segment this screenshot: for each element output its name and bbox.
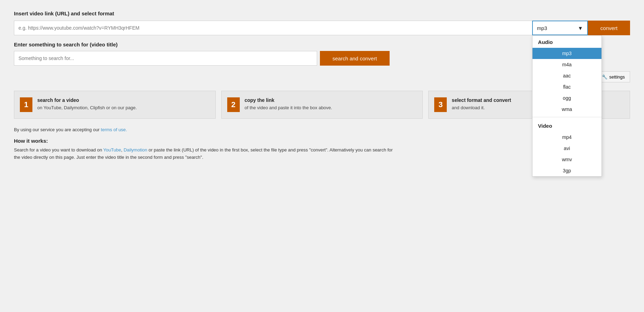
dropdown-item-flac[interactable]: flac xyxy=(532,81,601,92)
dropdown-item-avi[interactable]: avi xyxy=(532,143,601,154)
step-desc-2: of the video and paste it into the box a… xyxy=(245,104,332,111)
step-text-1: search for a video on YouTube, Dailymoti… xyxy=(37,97,137,111)
selected-format-label: mp3 xyxy=(537,25,547,31)
dropdown-item-3gp[interactable]: 3gp xyxy=(532,165,601,176)
dropdown-item-mp4[interactable]: mp4 xyxy=(532,132,601,143)
dropdown-arrow-icon: ▼ xyxy=(578,25,583,31)
format-dropdown: Audio mp3 m4a aac flac ogg wma Video mp4… xyxy=(532,35,602,177)
step-number-1: 1 xyxy=(20,97,32,112)
step-number-2: 2 xyxy=(227,97,240,112)
step-text-2: copy the link of the video and paste it … xyxy=(245,97,332,111)
url-section-label: Insert video link (URL) and select forma… xyxy=(14,10,630,16)
search-convert-button[interactable]: search and convert xyxy=(320,51,390,66)
how-it-works-desc: Search for a video you want to download … xyxy=(14,147,397,161)
dropdown-divider xyxy=(532,117,601,117)
step-title-3: select format and convert xyxy=(452,97,511,103)
dailymotion-link[interactable]: Dailymotion xyxy=(124,147,147,153)
step-desc-3: and download it. xyxy=(452,104,511,111)
terms-text-prefix: By using our service you are accepting o… xyxy=(14,127,100,132)
dropdown-item-wmv[interactable]: wmv xyxy=(532,154,601,165)
video-group-label: Video xyxy=(532,119,601,132)
youtube-link[interactable]: YouTube xyxy=(103,147,121,153)
format-select-button[interactable]: mp3 ▼ xyxy=(532,21,588,35)
dropdown-item-wma[interactable]: wma xyxy=(532,104,601,115)
step-title-2: copy the link xyxy=(245,97,332,103)
step-text-3: select format and convert and download i… xyxy=(452,97,511,111)
dropdown-item-m4a[interactable]: m4a xyxy=(532,59,601,70)
convert-button[interactable]: convert xyxy=(588,21,630,35)
search-input[interactable] xyxy=(14,51,317,66)
step-card-1: 1 search for a video on YouTube, Dailymo… xyxy=(14,91,216,119)
step-card-2: 2 copy the link of the video and paste i… xyxy=(221,91,423,119)
step-desc-1: on YouTube, Dailymotion, Clipfish or on … xyxy=(37,104,137,111)
format-select-wrapper: mp3 ▼ Audio mp3 m4a aac flac ogg wma Vid… xyxy=(532,21,588,35)
step-title-1: search for a video xyxy=(37,97,137,103)
page-wrapper: Insert video link (URL) and select forma… xyxy=(14,10,630,161)
url-input[interactable] xyxy=(14,21,532,35)
settings-label: settings xyxy=(609,74,625,80)
dropdown-item-aac[interactable]: aac xyxy=(532,70,601,81)
url-row: mp3 ▼ Audio mp3 m4a aac flac ogg wma Vid… xyxy=(14,21,630,35)
dropdown-item-mp3[interactable]: mp3 xyxy=(532,48,601,59)
wrench-icon: 🔧 xyxy=(602,74,607,80)
dropdown-item-ogg[interactable]: ogg xyxy=(532,92,601,104)
audio-group-label: Audio xyxy=(532,36,601,48)
terms-of-use-link[interactable]: terms of use. xyxy=(101,127,127,132)
step-number-3: 3 xyxy=(434,97,447,112)
